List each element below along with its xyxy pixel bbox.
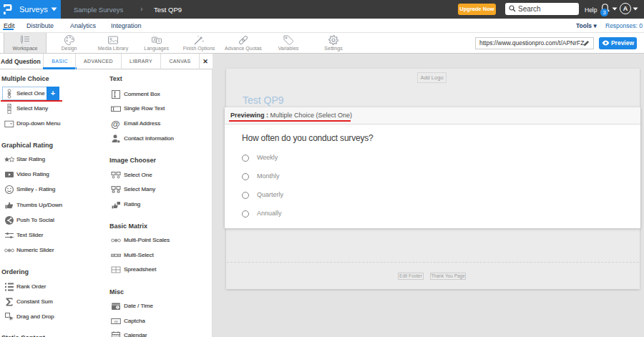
svg-text:vy: vy bbox=[114, 319, 119, 323]
